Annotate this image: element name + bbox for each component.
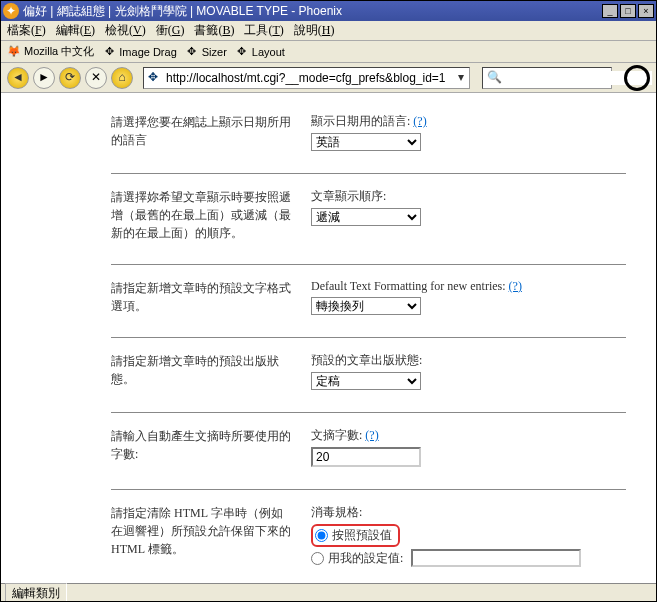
menu-go[interactable]: 衝(G) [156,22,185,39]
menu-help[interactable]: 說明(H) [294,22,335,39]
menu-tools[interactable]: 工具(T) [244,22,283,39]
sanitize-custom-input[interactable] [411,549,581,567]
forward-button[interactable]: ► [33,67,55,89]
format-label: Default Text Formatting for new entries:… [311,279,626,294]
menubar: 檔案(F) 編輯(E) 檢視(V) 衝(G) 書籤(B) 工具(T) 說明(H) [1,21,656,41]
sizer-icon: ✥ [185,45,199,59]
format-help[interactable]: (?) [509,279,522,293]
search-icon: 🔍 [487,70,502,85]
order-select[interactable]: 遞減 [311,208,421,226]
excerpt-label: 文摘字數: (?) [311,427,626,444]
ext-mozilla[interactable]: 🦊Mozilla 中文化 [7,44,94,59]
content-area: 請選擇您要在網誌上顯示日期所用的語言 顯示日期用的語言: (?) 英語 請選擇妳… [1,93,656,583]
sanitize-default-highlight: 按照預設值 [311,524,400,547]
order-label: 文章顯示順序: [311,188,626,205]
url-dropdown[interactable]: ▾ [453,70,469,85]
sanitize-desc: 請指定清除 HTML 字串時（例如在迴響裡）所預設允許保留下來的 HTML 標籤… [111,504,311,567]
sanitize-radio-default[interactable] [315,529,328,542]
url-input[interactable] [162,71,453,85]
excerpt-help[interactable]: (?) [365,428,378,442]
status-text: 編輯類別 [5,583,67,602]
menu-bookmark[interactable]: 書籤(B) [194,22,234,39]
navbar: ◄ ► ⟳ ✕ ⌂ ✥ ▾ 🔍 [1,63,656,93]
sanitize-opt2-label: 用我的設定值: [328,550,403,567]
menu-file[interactable]: 檔案(F) [7,22,46,39]
search-box[interactable]: 🔍 [482,67,612,89]
order-desc: 請選擇妳希望文章顯示時要按照遞增（最舊的在最上面）或遞減（最新的在最上面）的順序… [111,188,311,242]
sanitize-label: 消毒規格: [311,504,626,521]
window-title: 偏好 | 網誌組態 | 光劍格鬥學院 | MOVABLE TYPE - Phoe… [23,3,602,20]
lang-select[interactable]: 英語 [311,133,421,151]
imagedrag-icon: ✥ [102,45,116,59]
address-bar[interactable]: ✥ ▾ [143,67,470,89]
lang-help[interactable]: (?) [413,114,426,128]
throbber-icon [624,65,650,91]
statusbar: 編輯類別 [1,583,656,602]
lang-label: 顯示日期用的語言: (?) [311,113,626,130]
maximize-button[interactable]: □ [620,4,636,18]
format-select[interactable]: 轉換換列 [311,297,421,315]
format-desc: 請指定新增文章時的預設文字格式選項。 [111,279,311,315]
stop-button[interactable]: ✕ [85,67,107,89]
mozilla-icon: 🦊 [7,45,21,59]
ext-imagedrag[interactable]: ✥Image Drag [102,45,176,59]
close-button[interactable]: × [638,4,654,18]
lang-desc: 請選擇您要在網誌上顯示日期所用的語言 [111,113,311,151]
app-icon: ✦ [3,3,19,19]
ext-layout[interactable]: ✥Layout [235,45,285,59]
status-select[interactable]: 定稿 [311,372,421,390]
reload-button[interactable]: ⟳ [59,67,81,89]
excerpt-desc: 請輸入自動產生文摘時所要使用的字數: [111,427,311,467]
back-button[interactable]: ◄ [7,67,29,89]
minimize-button[interactable]: _ [602,4,618,18]
ext-sizer[interactable]: ✥Sizer [185,45,227,59]
status-desc: 請指定新增文章時的預設出版狀態。 [111,352,311,390]
site-icon: ✥ [144,70,162,85]
status-label: 預設的文章出版狀態: [311,352,626,369]
extensions-toolbar: 🦊Mozilla 中文化 ✥Image Drag ✥Sizer ✥Layout [1,41,656,63]
sanitize-radio-custom[interactable] [311,552,324,565]
layout-icon: ✥ [235,45,249,59]
excerpt-input[interactable] [311,447,421,467]
sanitize-opt1-label: 按照預設值 [332,527,392,544]
menu-view[interactable]: 檢視(V) [105,22,146,39]
home-button[interactable]: ⌂ [111,67,133,89]
menu-edit[interactable]: 編輯(E) [56,22,95,39]
